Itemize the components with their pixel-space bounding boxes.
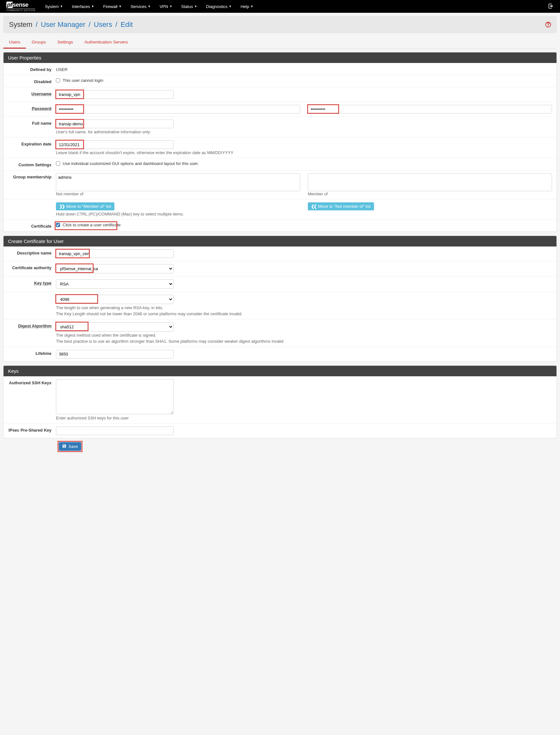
key-len-help1: The length to use when generating a new … bbox=[56, 305, 552, 310]
ipsec-psk-input[interactable] bbox=[56, 426, 174, 435]
breadcrumb-system: System bbox=[9, 20, 32, 28]
digest-help1: The digest method used when the certific… bbox=[56, 333, 552, 338]
breadcrumb-bar: System / User Manager / Users / Edit ? bbox=[3, 16, 557, 33]
breadcrumb-users[interactable]: Users bbox=[94, 20, 112, 28]
panel-header-keys: Keys bbox=[4, 366, 556, 376]
label-groups: Group membership bbox=[8, 173, 56, 179]
nav-status[interactable]: Status▼ bbox=[181, 4, 197, 9]
label-defined-by: Defined by bbox=[8, 66, 56, 72]
help-icon[interactable]: ? bbox=[545, 22, 551, 27]
expiration-input[interactable] bbox=[56, 140, 174, 149]
logo-main: pfsense bbox=[6, 2, 28, 8]
tab-users[interactable]: Users bbox=[3, 36, 26, 49]
nav-interfaces[interactable]: Interfaces▼ bbox=[72, 4, 94, 9]
panel-header-user-props: User Properties bbox=[4, 52, 556, 63]
label-disabled: Disabled bbox=[8, 78, 56, 84]
label-username: Username bbox=[8, 90, 56, 96]
list-item[interactable]: admins bbox=[58, 175, 298, 180]
desc-name-input[interactable] bbox=[56, 249, 174, 258]
label-password: Password bbox=[8, 105, 56, 111]
disabled-checkbox[interactable] bbox=[56, 78, 60, 82]
nav-vpn[interactable]: VPN▼ bbox=[159, 4, 172, 9]
digest-select[interactable]: sha512 bbox=[56, 322, 174, 332]
label-digest: Digest Algorithm bbox=[8, 322, 56, 328]
breadcrumb-sep: / bbox=[89, 20, 90, 28]
nav-system[interactable]: System▼ bbox=[45, 4, 63, 9]
breadcrumb-sep: / bbox=[115, 20, 117, 28]
panel-header-cert: Create Certificate for User bbox=[4, 236, 556, 246]
label-desc-name: Descriptive name bbox=[8, 249, 56, 255]
nav-firewall[interactable]: Firewall▼ bbox=[103, 4, 122, 9]
digest-help2: The best practice is to use an algorithm… bbox=[56, 339, 552, 344]
custom-text: Use individual customized GUI options an… bbox=[63, 161, 199, 166]
nav-services[interactable]: Services▼ bbox=[130, 4, 151, 9]
key-len-help2: The Key Length should not be lower than … bbox=[56, 311, 552, 316]
label-empty bbox=[8, 202, 56, 204]
nav-help[interactable]: Help▼ bbox=[241, 4, 253, 9]
cert-checkbox-group[interactable]: Click to create a user certificate bbox=[56, 223, 552, 227]
caret-down-icon: ▼ bbox=[194, 5, 197, 8]
save-row: Save bbox=[3, 442, 557, 451]
ssh-keys-textarea[interactable] bbox=[56, 379, 174, 414]
label-key-len bbox=[8, 295, 56, 296]
logo[interactable]: pfsense COMMUNITY EDITION bbox=[6, 2, 35, 12]
caret-down-icon: ▼ bbox=[169, 5, 172, 8]
label-ipsec: IPsec Pre-Shared Key bbox=[8, 426, 56, 433]
lifetime-input[interactable] bbox=[56, 350, 174, 358]
breadcrumb: System / User Manager / Users / Edit bbox=[9, 20, 133, 29]
key-type-select[interactable]: RSA bbox=[56, 279, 174, 289]
caret-down-icon: ▼ bbox=[229, 5, 232, 8]
cert-checkbox-text: Click to create a user certificate bbox=[63, 223, 121, 227]
custom-checkbox[interactable] bbox=[56, 161, 60, 166]
caret-down-icon: ▼ bbox=[250, 5, 253, 8]
fullname-input[interactable] bbox=[56, 120, 174, 128]
breadcrumb-edit[interactable]: Edit bbox=[121, 20, 133, 28]
custom-checkbox-group[interactable]: Use individual customized GUI options an… bbox=[56, 161, 552, 166]
save-label: Save bbox=[68, 444, 78, 449]
ssh-help: Enter authorized SSH keys for this user bbox=[56, 416, 552, 420]
breadcrumb-sep: / bbox=[35, 20, 37, 28]
label-lifetime: Lifetime bbox=[8, 350, 56, 356]
ca-select[interactable]: pfSense_internal_ca bbox=[56, 264, 174, 273]
breadcrumb-usermanager[interactable]: User Manager bbox=[41, 20, 85, 28]
username-input[interactable] bbox=[56, 90, 174, 99]
value-defined-by: USER bbox=[56, 66, 552, 72]
move-to-not-member-button[interactable]: ❮❮ Move to "Not member of" list bbox=[308, 202, 374, 210]
chevron-right-double-icon: ❯❯ bbox=[59, 204, 64, 209]
logout-icon[interactable] bbox=[548, 3, 554, 10]
nav-menu: System▼ Interfaces▼ Firewall▼ Services▼ … bbox=[45, 4, 548, 9]
tab-authservers[interactable]: Authentication Servers bbox=[79, 36, 134, 49]
member-label: Member of bbox=[308, 192, 328, 196]
label-custom: Custom Settings bbox=[8, 161, 56, 167]
password-input[interactable] bbox=[56, 105, 300, 113]
disabled-checkbox-group[interactable]: This user cannot login bbox=[56, 78, 552, 83]
groups-help: Hold down CTRL (PC)/COMMAND (Mac) key to… bbox=[56, 212, 552, 216]
cert-checkbox[interactable] bbox=[56, 223, 60, 227]
caret-down-icon: ▼ bbox=[60, 5, 63, 8]
move-to-member-button[interactable]: ❯❯ Move to "Member of" list bbox=[56, 202, 114, 210]
nav-diagnostics[interactable]: Diagnostics▼ bbox=[206, 4, 232, 9]
panel-create-certificate: Create Certificate for User Descriptive … bbox=[3, 236, 557, 362]
move-to-member-label: Move to "Member of" list bbox=[66, 204, 111, 209]
label-key-type: Key type bbox=[8, 279, 56, 285]
panel-user-properties: User Properties Defined by USER Disabled… bbox=[3, 52, 557, 232]
not-member-label: Not member of bbox=[56, 192, 83, 196]
tab-groups[interactable]: Groups bbox=[26, 36, 51, 49]
caret-down-icon: ▼ bbox=[119, 5, 121, 8]
key-length-select[interactable]: 4096 bbox=[56, 295, 174, 304]
label-fullname: Full name bbox=[8, 120, 56, 126]
tabs: Users Groups Settings Authentication Ser… bbox=[3, 36, 557, 49]
label-ca: Certificate authority bbox=[8, 264, 56, 270]
expiration-help: Leave blank if the account shouldn't exp… bbox=[56, 150, 552, 155]
not-member-listbox[interactable]: admins bbox=[56, 173, 300, 191]
tab-settings[interactable]: Settings bbox=[52, 36, 79, 49]
password-confirm-input[interactable] bbox=[308, 105, 552, 113]
move-to-not-member-label: Move to "Not member of" list bbox=[318, 204, 371, 209]
save-button[interactable]: Save bbox=[59, 442, 81, 451]
member-listbox[interactable] bbox=[308, 173, 552, 191]
top-navbar: pfsense COMMUNITY EDITION System▼ Interf… bbox=[0, 0, 560, 13]
disabled-text: This user cannot login bbox=[63, 78, 103, 83]
chevron-left-double-icon: ❮❮ bbox=[311, 204, 316, 209]
caret-down-icon: ▼ bbox=[148, 5, 151, 8]
label-certificate: Certificate bbox=[8, 223, 56, 229]
